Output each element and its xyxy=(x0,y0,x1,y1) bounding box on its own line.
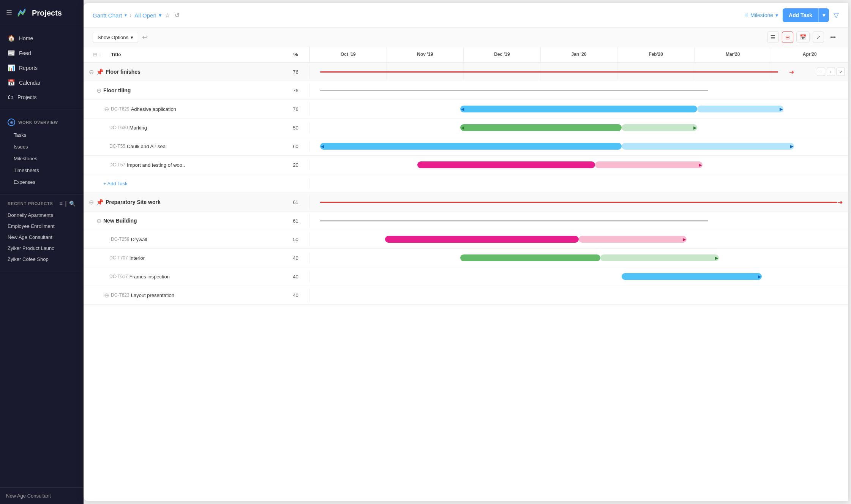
row-dc-t57: DC-T57 Import and testing of woo.. 20 ▶ xyxy=(84,156,848,174)
recent-project-zylker-coffee[interactable]: Zylker Cofee Shop xyxy=(0,254,84,265)
bar-dc-t630-right-arrow: ▶ xyxy=(693,125,696,130)
month-feb: Feb'20 xyxy=(617,47,694,62)
filter-icon[interactable]: ▽ xyxy=(834,11,839,19)
expand-floor-finishes[interactable]: ⊖ xyxy=(87,67,96,76)
show-options-button[interactable]: Show Options ▾ xyxy=(93,32,138,43)
code-dc-t259: DC-T259 xyxy=(111,237,129,242)
recent-project-newage[interactable]: New Age Consultant xyxy=(0,232,84,243)
topbar-right: ≡ Milestone ▾ Add Task ▾ ▽ xyxy=(745,8,839,22)
add-task-dropdown[interactable]: ▾ xyxy=(819,9,829,22)
cell-left-add-task-1: + Add Task xyxy=(84,179,309,189)
add-task-label-1[interactable]: + Add Task xyxy=(103,181,306,186)
recent-project-employee[interactable]: Employee Enrollment xyxy=(0,221,84,232)
bar-prep-site: ➔ xyxy=(309,193,848,211)
pct-floor-tiling: 76 xyxy=(285,88,306,93)
pct-dc-t629: 76 xyxy=(285,106,306,112)
milestone-button[interactable]: ≡ Milestone ▾ xyxy=(745,12,778,19)
col-percent: % xyxy=(285,47,306,62)
reports-icon: 📊 xyxy=(8,64,15,71)
sidebar-header: ☰ Projects xyxy=(0,0,84,26)
milestone-icon: ≡ xyxy=(745,12,748,19)
cell-left-dc-t617: DC-T617 Frames inspection 40 xyxy=(84,272,309,282)
gantt-view-button[interactable]: ⊟ xyxy=(782,32,793,43)
recent-project-donnelly[interactable]: Donnelly Apartments xyxy=(0,210,84,221)
filter-icon-small[interactable]: ≡ xyxy=(59,201,63,207)
bar-dc-t707-right-arrow: ▶ xyxy=(715,256,718,261)
sidebar-item-projects[interactable]: 🗂 Projects xyxy=(0,90,84,104)
undo-button[interactable]: ↩ xyxy=(142,33,148,41)
calendar-view-button[interactable]: 📅 xyxy=(796,32,810,43)
task-name-prep-site: Preparatory Site work xyxy=(106,199,285,205)
code-dc-t623: DC-T623 xyxy=(111,292,129,298)
expand-dc-t623[interactable]: ⊖ xyxy=(102,291,111,300)
gantt-view-icon: ⊟ xyxy=(785,34,790,40)
row-prep-site: ⊖ 📌 Preparatory Site work 61 ➔ xyxy=(84,193,848,212)
expand-dc-t629[interactable]: ⊖ xyxy=(102,104,111,114)
star-icon[interactable]: ☆ xyxy=(165,12,170,19)
task-name-dc-t57: Import and testing of woo.. xyxy=(127,162,285,168)
sidebar-item-reports[interactable]: 📊 Reports xyxy=(0,60,84,75)
expand-view-icon: ⤢ xyxy=(816,34,821,40)
gantt-chart-dropdown[interactable]: ▾ xyxy=(125,13,127,18)
task-name-dc-t55: Caulk and Air seal xyxy=(127,144,285,149)
list-view-icon: ☰ xyxy=(770,34,775,40)
sidebar-item-feed[interactable]: 📰 Feed xyxy=(0,46,84,60)
cell-left-dc-t629: ⊖ DC-T629 Adhesive application 76 xyxy=(84,102,309,116)
plus-btn[interactable]: + xyxy=(827,68,835,76)
collapse-icon[interactable]: ⊟ xyxy=(93,52,97,57)
sort-icon[interactable]: ↕ xyxy=(99,52,101,57)
search-icon-small[interactable]: 🔍 xyxy=(69,201,76,207)
sidebar-item-expenses[interactable]: Expenses xyxy=(0,176,84,188)
code-dc-t629: DC-T629 xyxy=(111,106,129,112)
minus-btn[interactable]: − xyxy=(817,68,825,76)
more-options-button[interactable]: ••• xyxy=(827,32,839,43)
task-name-new-building: New Building xyxy=(103,218,285,224)
breadcrumb-gantt[interactable]: Gantt Chart ▾ xyxy=(93,12,127,19)
expand-floor-tiling[interactable]: ⊖ xyxy=(94,86,103,95)
recent-project-zylker-product[interactable]: Zylker Product Launc xyxy=(0,243,84,254)
cell-left-new-building: ⊖ New Building 61 xyxy=(84,214,309,228)
work-overview-section: ⊕ WORK OVERVIEW Tasks Issues Milestones … xyxy=(0,109,84,194)
toolbar: Show Options ▾ ↩ ☰ ⊟ 📅 ⤢ ••• xyxy=(84,28,848,47)
refresh-icon[interactable]: ↺ xyxy=(175,12,180,19)
bar-prep-site-line xyxy=(320,202,837,203)
show-options-label: Show Options xyxy=(98,35,128,40)
more-icon: ••• xyxy=(830,34,836,40)
gantt-controls-floor-finishes: − + ⤢ xyxy=(817,68,845,76)
expand-view-button[interactable]: ⤢ xyxy=(813,32,824,43)
sidebar-item-milestones[interactable]: Milestones xyxy=(0,153,84,164)
cell-right-dc-t617: ▶ xyxy=(309,267,848,286)
cell-right-prep-site: ➔ xyxy=(309,193,848,211)
sidebar-item-tasks[interactable]: Tasks xyxy=(0,129,84,141)
sidebar-item-home[interactable]: 🏠 Home xyxy=(0,31,84,46)
expand-prep-site[interactable]: ⊖ xyxy=(87,197,96,207)
row-dc-t259: DC-T259 Drywall 50 ▶ xyxy=(84,230,848,249)
code-dc-t617: DC-T617 xyxy=(109,274,128,279)
sidebar-item-timesheets[interactable]: Timesheets xyxy=(0,164,84,176)
milestone-dropdown[interactable]: ▾ xyxy=(775,12,778,18)
cell-left-dc-t707: DC-T707 Interior 40 xyxy=(84,253,309,263)
sidebar-item-projects-label: Projects xyxy=(17,94,37,100)
expand-dc-t259[interactable] xyxy=(102,235,111,244)
month-nov: Nov '19 xyxy=(387,47,464,62)
sidebar-item-issues[interactable]: Issues xyxy=(0,141,84,153)
task-name-dc-t707: Interior xyxy=(129,255,285,261)
all-open-dropdown[interactable]: ▾ xyxy=(159,12,162,19)
task-name-dc-t259: Drywall xyxy=(131,237,285,242)
bar-dc-t55-light: ▶ xyxy=(622,143,794,150)
feed-icon: 📰 xyxy=(8,49,15,57)
list-view-button[interactable]: ☰ xyxy=(767,32,779,43)
expand-new-building[interactable]: ⊖ xyxy=(94,216,103,225)
add-task-button[interactable]: Add Task ▾ xyxy=(783,8,829,22)
work-overview-label: WORK OVERVIEW xyxy=(18,120,58,125)
bar-dc-t617-blue: ▶ xyxy=(622,273,762,280)
work-overview-header: ⊕ WORK OVERVIEW xyxy=(0,115,84,129)
col-icons: ⊟ ↕ xyxy=(87,52,108,57)
hamburger-icon[interactable]: ☰ xyxy=(6,9,12,17)
bar-new-building-line xyxy=(320,220,708,221)
sidebar-item-calendar[interactable]: 📅 Calendar xyxy=(0,75,84,90)
expand-btn[interactable]: ⤢ xyxy=(837,68,845,76)
task-name-floor-finishes: Floor finishes xyxy=(106,69,285,75)
cell-left-prep-site: ⊖ 📌 Preparatory Site work 61 xyxy=(84,195,309,209)
breadcrumb-allopen[interactable]: All Open ▾ xyxy=(134,12,162,19)
